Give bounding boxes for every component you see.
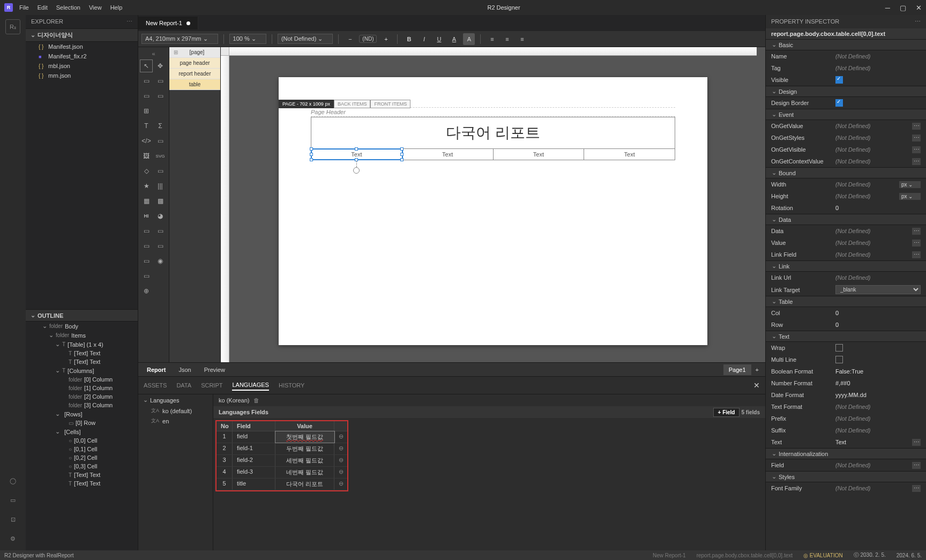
activity-explorer-icon[interactable]: R₂ bbox=[5, 19, 20, 34]
row-menu-icon[interactable]: ⊖ bbox=[334, 467, 347, 478]
style-select[interactable]: (Not Defined) ⌄ bbox=[278, 34, 333, 44]
prop-value[interactable]: (Not Defined) bbox=[835, 193, 899, 199]
prop-value[interactable]: (Not Defined) bbox=[835, 251, 910, 258]
tool-icon[interactable]: ▭ bbox=[140, 240, 152, 252]
close-icon[interactable]: ✕ bbox=[916, 4, 922, 12]
prop-select[interactable]: _blank bbox=[835, 285, 921, 294]
file-item[interactable]: mbl.json bbox=[26, 61, 138, 71]
bold-button[interactable]: B bbox=[403, 33, 415, 45]
outline-item[interactable]: T[Columns] bbox=[26, 366, 138, 375]
outline-item[interactable]: T[Text] Text bbox=[26, 471, 138, 479]
outline-item[interactable]: T[Text] Text bbox=[26, 357, 138, 366]
language-item[interactable]: 文Aen bbox=[138, 416, 213, 426]
row-menu-icon[interactable]: ⊖ bbox=[334, 479, 347, 490]
prop-checkbox[interactable] bbox=[835, 356, 843, 363]
tool-icon[interactable]: ▭ bbox=[140, 270, 152, 282]
outline-item[interactable]: ○[0,1] Cell bbox=[26, 445, 138, 453]
prop-more-button[interactable]: ⋯ bbox=[912, 146, 921, 153]
report-page[interactable]: PAGE - 702 x 1009 px BACK ITEMS FRONT IT… bbox=[279, 77, 707, 345]
tool-icon[interactable]: ▭ bbox=[154, 75, 166, 87]
prop-value[interactable]: #,##0 bbox=[835, 380, 921, 386]
prop-more-button[interactable]: ⋯ bbox=[912, 135, 921, 141]
tool-icon[interactable]: ▭ bbox=[154, 135, 166, 147]
report-title[interactable]: 다국어 리포트 bbox=[311, 117, 675, 148]
outline-item[interactable]: T[Text] Text bbox=[26, 479, 138, 488]
language-item[interactable]: 文Ako (default) bbox=[138, 406, 213, 416]
italic-button[interactable]: I bbox=[418, 33, 430, 45]
prop-value[interactable]: (Not Defined) bbox=[835, 274, 921, 281]
minus-button[interactable]: − bbox=[344, 33, 356, 45]
table-cell[interactable]: Text bbox=[494, 149, 585, 160]
page-outline-item[interactable]: report header bbox=[169, 69, 220, 79]
shape-tool-icon[interactable]: ◇ bbox=[140, 165, 152, 177]
select-tool-icon[interactable]: ↖ bbox=[140, 60, 152, 72]
table-cell[interactable]: Text bbox=[584, 149, 675, 160]
languages-tree-header[interactable]: Languages bbox=[138, 394, 213, 406]
tool-icon[interactable]: ▭ bbox=[154, 165, 166, 177]
toolbox-collapse-icon[interactable]: « bbox=[140, 50, 167, 57]
inspector-section-header[interactable]: Link bbox=[766, 260, 926, 272]
prop-more-button[interactable]: ⋯ bbox=[912, 228, 921, 235]
selection-handle[interactable] bbox=[310, 153, 313, 156]
prop-more-button[interactable]: ⋯ bbox=[912, 485, 921, 492]
tool-icon[interactable]: Σ bbox=[154, 120, 166, 132]
explorer-more-icon[interactable]: ⋯ bbox=[126, 18, 132, 25]
prop-value[interactable]: (Not Defined) bbox=[835, 135, 910, 141]
prop-value[interactable]: 0 bbox=[835, 322, 921, 328]
prop-value[interactable]: (Not Defined) bbox=[835, 427, 921, 434]
prop-value[interactable]: (Not Defined) bbox=[835, 485, 910, 491]
hi-tool-icon[interactable]: HI bbox=[140, 210, 152, 222]
panel-tab-history[interactable]: HISTORY bbox=[279, 380, 305, 390]
prop-value[interactable]: (Not Defined) bbox=[835, 158, 910, 165]
view-tab-json[interactable]: Json bbox=[172, 364, 197, 375]
zoom-select[interactable]: 100 % ⌄ bbox=[229, 34, 266, 44]
outline-item[interactable]: ○[0,0] Cell bbox=[26, 436, 138, 445]
bg-color-button[interactable]: A bbox=[463, 33, 475, 45]
inspector-section-header[interactable]: Text bbox=[766, 331, 926, 342]
field-value-cell[interactable]: 네번째 필드값 bbox=[275, 467, 334, 478]
field-value-cell[interactable]: 두번째 필드값 bbox=[275, 443, 334, 454]
table-cell[interactable]: Text bbox=[311, 149, 402, 160]
page-outline-item[interactable]: ⊞[page] bbox=[169, 47, 220, 58]
inspector-more-icon[interactable]: ⋯ bbox=[915, 18, 921, 25]
table-tool-icon[interactable]: ⊞ bbox=[140, 105, 152, 117]
prop-value[interactable]: 0 bbox=[835, 310, 921, 316]
row-menu-icon[interactable]: ⊖ bbox=[334, 431, 347, 443]
settings-icon[interactable]: ⚙ bbox=[5, 531, 20, 546]
front-items-tab[interactable]: FRONT ITEMS bbox=[370, 100, 410, 108]
prop-value[interactable]: 0 bbox=[835, 205, 921, 211]
outline-item[interactable]: folder[1] Column bbox=[26, 384, 138, 392]
prop-value[interactable]: (Not Defined) bbox=[835, 53, 921, 59]
outline-item[interactable]: folder[0] Column bbox=[26, 375, 138, 384]
outline-item[interactable]: [Rows] bbox=[26, 409, 138, 419]
prop-more-button[interactable]: ⋯ bbox=[912, 240, 921, 247]
outline-item[interactable]: folderItems bbox=[26, 331, 138, 340]
field-value-cell[interactable]: 세번째 필드값 bbox=[275, 455, 334, 466]
delete-lang-icon[interactable]: 🗑 bbox=[253, 397, 259, 404]
panel-tab-languages[interactable]: LANGUAGES bbox=[232, 380, 268, 391]
inspector-section-header[interactable]: Data bbox=[766, 214, 926, 225]
inspector-section-header[interactable]: Internationalization bbox=[766, 448, 926, 459]
menu-file[interactable]: File bbox=[19, 4, 29, 11]
prop-value[interactable]: (Not Defined) bbox=[835, 462, 910, 468]
prop-value[interactable]: Text bbox=[835, 439, 910, 445]
explorer-folder-header[interactable]: 디자이너양식 bbox=[26, 28, 138, 42]
prop-more-button[interactable]: ⋯ bbox=[912, 251, 921, 258]
field-name-cell[interactable]: field-1 bbox=[233, 443, 275, 454]
barcode-tool-icon[interactable]: ||| bbox=[154, 180, 166, 192]
qr-tool-icon[interactable]: ▦ bbox=[140, 195, 152, 207]
file-item[interactable]: Manifest_fix.r2 bbox=[26, 51, 138, 61]
page-tab[interactable]: Page1 bbox=[723, 364, 751, 375]
menu-edit[interactable]: Edit bbox=[38, 4, 48, 11]
menu-selection[interactable]: Selection bbox=[56, 4, 80, 11]
inspector-section-header[interactable]: Table bbox=[766, 296, 926, 307]
plus-button[interactable]: + bbox=[380, 33, 392, 45]
prop-value[interactable]: (Not Defined) bbox=[835, 123, 910, 129]
outline-item[interactable]: [Cells] bbox=[26, 427, 138, 436]
tool-icon[interactable]: ▭ bbox=[140, 225, 152, 237]
tool-icon[interactable]: ◉ bbox=[154, 255, 166, 267]
panel-close-icon[interactable]: ✕ bbox=[753, 381, 760, 390]
chart-tool-icon[interactable]: ◕ bbox=[154, 210, 166, 222]
tool-icon[interactable]: ⊕ bbox=[140, 285, 152, 297]
prop-unit-select[interactable]: px ⌄ bbox=[899, 193, 921, 200]
